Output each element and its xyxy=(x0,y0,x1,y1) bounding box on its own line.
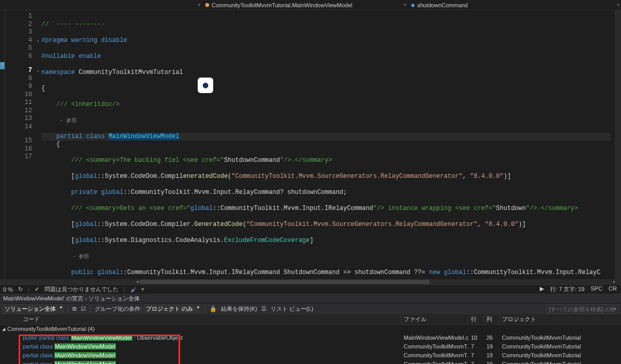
line-number[interactable]: 16 xyxy=(5,145,32,154)
line-number[interactable]: 8 xyxy=(5,75,32,83)
breadcrumb-class[interactable]: ⬣ CommunityToolkitMvvmTutorial.MainWindo… xyxy=(202,2,356,8)
collapse-icon[interactable]: ◢ xyxy=(2,327,5,331)
findrefs-columns: コード ファイル 行 列 プロジェクト xyxy=(0,314,621,325)
line-number[interactable]: 15 xyxy=(5,137,32,145)
code-kw: namespace xyxy=(41,69,75,76)
findrefs-title: MainWindowViewModel' の宣言 - ソリューション全体 xyxy=(0,294,621,303)
breadcrumb-class-text: CommunityToolkitMvvmTutorial.MainWindowV… xyxy=(212,2,352,8)
line-gutter[interactable]: 1 2 3 4▾ 5 6 7▾ 8 9 10 11 12 13 14 15 16… xyxy=(5,10,41,279)
build-percent: 0 % xyxy=(3,286,13,293)
result-group[interactable]: ◢ CommunityToolkitMvvmTutorial (4) xyxy=(0,325,621,333)
reference-hint[interactable]: - 参照 xyxy=(57,118,77,124)
lock-icon[interactable]: ☑ xyxy=(81,306,86,312)
reference-hint[interactable]: - 参照 xyxy=(69,254,89,260)
code-ns: CommunityToolkitMvvmTutorial xyxy=(75,69,183,76)
field-icon: ◆ xyxy=(411,2,415,8)
keep-results[interactable]: 結果を保持(K) xyxy=(221,305,257,313)
copy-icon[interactable]: ⧉ xyxy=(72,306,77,312)
refresh-icon[interactable]: ↻ xyxy=(18,286,23,293)
search-caret-icon[interactable]: ▾ xyxy=(614,307,616,311)
list-view[interactable]: リスト ビュー(L) xyxy=(271,305,314,313)
findrefs-results: ◢ CommunityToolkitMvvmTutorial (4) publi… xyxy=(0,325,621,364)
class-icon: ⬣ xyxy=(205,2,210,8)
scroll-thumb[interactable] xyxy=(140,280,430,284)
line-number[interactable]: 5 xyxy=(5,44,32,53)
collapse-icon[interactable]: ▾ xyxy=(37,67,39,75)
search-input[interactable] xyxy=(549,306,614,312)
result-row[interactable]: partial class MainWindowViewModelCommuni… xyxy=(0,342,621,351)
result-row[interactable]: public partial class MainWindowViewModel… xyxy=(0,333,621,342)
code-content[interactable]: // ---- -------- #pragma warning disable… xyxy=(41,10,615,279)
status-noissues: 問題は見つかりませんでした xyxy=(45,285,119,293)
keep-lock-icon[interactable]: 🔒 xyxy=(210,306,217,312)
line-number[interactable]: 11 xyxy=(5,99,32,107)
code-line: // ---- -------- xyxy=(41,21,105,28)
editor-h-scroll[interactable]: ◀ ▶ xyxy=(0,279,621,284)
collapse-icon[interactable]: ▾ xyxy=(37,37,39,46)
status-bar: 0 % ↻ | ✔ 問題は見つかりませんでした | 🖌 ▾ ▶ 行: 7 文字:… xyxy=(0,284,621,294)
left-margin: ⋮ xyxy=(0,10,5,279)
line-number[interactable]: 9 xyxy=(5,83,32,91)
findrefs-toolbar: ソリューション全体 ⧉ ☑ グループ化の条件: プロジェクト のみ 🔒 結果を保… xyxy=(0,303,621,314)
code-brace: { xyxy=(41,85,45,92)
col-code[interactable]: コード xyxy=(0,314,402,324)
diff-marker: ⋮ xyxy=(0,62,5,69)
line-col: 行: 7 文字: 19 xyxy=(550,285,585,293)
line-number[interactable]: 13 xyxy=(5,115,32,123)
copilot-badge[interactable]: ⬢ xyxy=(198,78,213,93)
check-icon: ✔ xyxy=(35,286,39,293)
result-row[interactable]: partial class MainWindowViewModelCommuni… xyxy=(0,351,621,359)
breadcrumb-bar: ▾ ⬣ CommunityToolkitMvvmTutorial.MainWin… xyxy=(0,0,621,10)
groupby-dropdown[interactable]: プロジェクト のみ xyxy=(143,304,201,314)
breadcrumb-member[interactable]: ◆ shutdownCommand xyxy=(408,2,471,8)
line-number[interactable]: 6 xyxy=(5,53,32,61)
code-line: #pragma warning disable xyxy=(41,37,127,44)
scroll-start-icon[interactable]: ▶ xyxy=(540,285,544,293)
col-file[interactable]: ファイル xyxy=(402,314,469,324)
line-number[interactable]: 17 xyxy=(5,153,32,161)
line-number[interactable]: 7▾ xyxy=(5,67,32,75)
list-icon[interactable]: ☰ xyxy=(261,306,267,312)
line-number[interactable]: 10 xyxy=(5,91,32,99)
line-number[interactable]: 1 xyxy=(5,12,32,21)
scroll-right-icon[interactable]: ▶ xyxy=(611,279,618,284)
line-number[interactable]: 14 xyxy=(5,123,32,131)
scope-dropdown[interactable]: ソリューション全体 xyxy=(2,304,64,314)
col-col[interactable]: 列 xyxy=(484,314,500,324)
code-cmt: /// <inheritdoc/> xyxy=(56,101,120,108)
lineending[interactable]: CR xyxy=(609,285,617,293)
breadcrumb-member-text: shutdownCommand xyxy=(417,2,468,8)
brush-icon[interactable]: 🖌 xyxy=(130,286,136,293)
code-kw: partial class xyxy=(56,133,109,140)
code-brace: { xyxy=(56,141,60,148)
line-number[interactable]: 4▾ xyxy=(5,37,32,45)
findrefs-search[interactable]: ▾ xyxy=(546,305,619,314)
code-editor[interactable]: ⋮ 1 2 3 4▾ 5 6 7▾ 8 9 10 11 12 13 14 15 … xyxy=(0,10,621,279)
code-line: #nullable enable xyxy=(41,53,101,60)
line-number[interactable]: 3 xyxy=(5,28,32,37)
col-line[interactable]: 行 xyxy=(469,314,484,324)
line-number[interactable]: 2 xyxy=(5,21,32,29)
groupby-label: グループ化の条件: xyxy=(95,305,142,313)
class-name: MainWindowViewModel xyxy=(109,133,180,140)
line-number[interactable]: 12 xyxy=(5,107,32,115)
result-row[interactable]: partial class MainWindowViewModelCommuni… xyxy=(0,359,621,364)
indent-mode[interactable]: SPC xyxy=(590,285,602,293)
col-proj[interactable]: プロジェクト xyxy=(500,314,621,324)
vertical-scrollbar[interactable] xyxy=(615,10,621,279)
